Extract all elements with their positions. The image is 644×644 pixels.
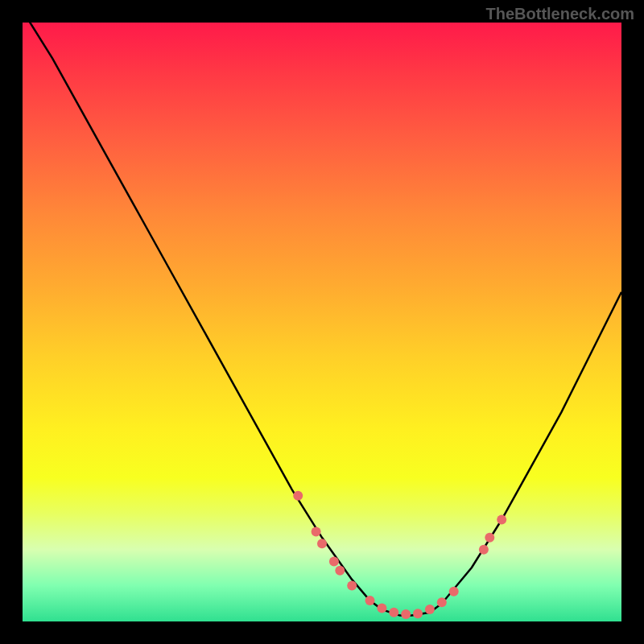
- data-dot: [312, 526, 321, 536]
- watermark-text: TheBottleneck.com: [486, 5, 634, 23]
- data-dot: [497, 515, 506, 525]
- data-dot: [437, 597, 447, 607]
- data-dot: [347, 580, 357, 590]
- data-dot: [329, 557, 339, 567]
- data-dot: [413, 609, 423, 618]
- plot-area: [23, 23, 621, 621]
- data-dots: [293, 491, 506, 619]
- data-dot: [293, 491, 303, 501]
- data-dot: [365, 596, 375, 605]
- data-dot: [317, 539, 327, 548]
- data-dot: [479, 545, 489, 555]
- data-dot: [401, 609, 411, 619]
- data-dot: [449, 587, 459, 597]
- data-dot: [389, 608, 398, 617]
- data-dot: [425, 605, 435, 614]
- curve-line: [23, 23, 621, 616]
- chart-svg: [23, 23, 621, 621]
- data-dot: [485, 533, 494, 543]
- chart-container: TheBottleneck.com: [0, 0, 644, 644]
- data-dot: [335, 566, 345, 576]
- data-dot: [377, 604, 386, 613]
